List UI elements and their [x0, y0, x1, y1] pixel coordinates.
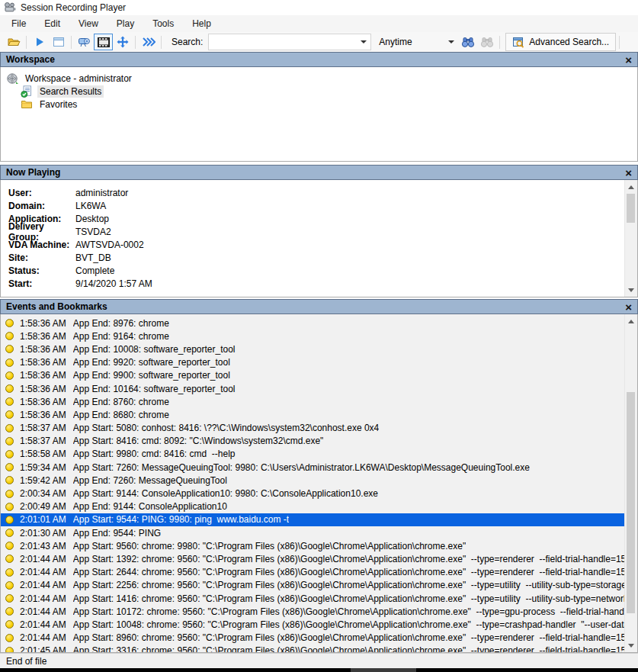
time-filter-combobox[interactable]: Anytime [374, 34, 458, 50]
menu-item[interactable]: Play [107, 15, 143, 32]
scroll-up-icon[interactable] [625, 181, 637, 193]
menu-item[interactable]: File [2, 15, 35, 32]
event-dot-icon [5, 476, 14, 484]
player-window-button[interactable] [49, 34, 68, 50]
workspace-root-node[interactable]: Workspace - administrator [1, 72, 637, 85]
event-dot-icon [5, 529, 14, 537]
event-time: 2:01:44 AM [20, 593, 66, 604]
filmstrip-view-button[interactable] [94, 34, 113, 50]
event-row[interactable]: 1:58:36 AM App End: 9920: software_repor… [1, 356, 624, 369]
event-row[interactable]: 1:58:37 AM App Start: 5080: conhost: 841… [1, 422, 624, 435]
session-field-value: Desktop [75, 214, 109, 224]
event-row[interactable]: 2:01:44 AM App Start: 10048: chrome: 956… [1, 618, 624, 631]
event-row[interactable]: 1:58:36 AM App End: 10164: software_repo… [1, 382, 624, 395]
event-row[interactable]: 2:01:44 AM App Start: 10172: chrome: 956… [1, 605, 624, 618]
tree-item-favorites[interactable]: Favorites [1, 98, 637, 111]
scroll-down-icon[interactable] [625, 284, 637, 296]
search-combobox[interactable] [208, 34, 371, 50]
now-playing-panel-title: Now Playing [6, 167, 60, 178]
session-field-row: Application: Desktop [1, 212, 637, 225]
bottom-strip [0, 668, 638, 672]
menu-item[interactable]: View [69, 15, 107, 32]
toolbar-separator [499, 36, 500, 49]
scroll-down-icon[interactable] [625, 639, 637, 651]
tree-item-search-results[interactable]: Search Results [1, 85, 637, 98]
event-row[interactable]: 2:00:34 AM App Start: 9144: ConsoleAppli… [1, 487, 624, 500]
event-row[interactable]: 1:58:36 AM App End: 8976: chrome [1, 317, 624, 330]
event-time: 2:01:44 AM [20, 580, 66, 590]
scrollbar-thumb[interactable] [627, 392, 635, 613]
session-field-label: Start: [8, 278, 75, 289]
search-input[interactable] [209, 35, 370, 49]
event-row[interactable]: 1:58:37 AM App Start: 8416: cmd: 8092: "… [1, 435, 624, 448]
projector-view-button[interactable] [75, 34, 94, 50]
event-time: 2:01:44 AM [20, 606, 66, 617]
event-text: App Start: 9144: ConsoleApplication10: 9… [73, 488, 378, 499]
advanced-search-button[interactable]: Advanced Search... [505, 33, 616, 51]
now-playing-panel-header: Now Playing × [0, 165, 638, 180]
chevron-down-icon[interactable] [448, 40, 454, 43]
event-row[interactable]: 2:01:30 AM App End: 9544: PING [1, 526, 624, 539]
event-time: 1:59:34 AM [20, 462, 66, 473]
now-playing-scrollbar[interactable] [624, 180, 637, 297]
event-row[interactable]: 2:01:44 AM App Start: 1416: chrome: 9560… [1, 592, 624, 605]
close-icon[interactable]: × [625, 53, 632, 68]
event-text: App Start: 7260: MessageQueuingTool: 998… [73, 462, 530, 473]
event-time: 2:00:49 AM [20, 501, 66, 512]
event-text: App End: 10164: software_reporter_tool [73, 384, 236, 394]
event-dot-icon [5, 437, 14, 445]
event-row[interactable]: 1:59:34 AM App Start: 7260: MessageQueui… [1, 461, 624, 474]
event-dot-icon [5, 345, 14, 353]
event-dot-icon [5, 371, 14, 380]
event-dot-icon [5, 490, 14, 498]
event-text: App Start: 2644: chrome: 9560: "C:\Progr… [73, 567, 624, 577]
toolbar-separator [135, 36, 136, 49]
event-row[interactable]: 2:01:44 AM App Start: 2256: chrome: 9560… [1, 579, 624, 592]
chevron-down-icon[interactable] [361, 40, 367, 43]
event-dot-icon [5, 503, 14, 511]
menu-item[interactable]: Edit [35, 15, 69, 32]
event-row[interactable]: 2:00:49 AM App End: 9144: ConsoleApplica… [1, 500, 624, 513]
advanced-search-icon [512, 37, 524, 48]
session-field-row: Delivery Group: TSVDA2 [1, 225, 637, 238]
event-row[interactable]: 1:58:36 AM App End: 9900: software_repor… [1, 369, 624, 382]
find-next-button[interactable] [458, 34, 477, 50]
event-dot-icon [5, 647, 14, 652]
menu-item[interactable]: Tools [143, 15, 183, 32]
event-row[interactable]: 2:01:43 AM App Start: 9560: chrome: 9980… [1, 539, 624, 552]
event-row[interactable]: 2:01:01 AM App Start: 9544: PING: 9980: … [1, 513, 624, 526]
events-scrollbar[interactable] [624, 314, 637, 652]
event-time: 2:01:45 AM [20, 645, 66, 652]
folder-icon [21, 99, 33, 110]
events-panel-header: Events and Bookmarks × [0, 299, 638, 314]
fast-forward-button[interactable] [139, 34, 158, 50]
close-icon[interactable]: × [625, 300, 632, 315]
event-row[interactable]: 1:58:36 AM App End: 8760: chrome [1, 395, 624, 408]
scroll-up-icon[interactable] [625, 315, 637, 327]
app-camera-icon [4, 2, 16, 14]
session-field-value: administrator [75, 188, 128, 198]
event-row[interactable]: 1:58:58 AM App Start: 9980: cmd: 8416: c… [1, 448, 624, 461]
event-row[interactable]: 1:58:36 AM App End: 9164: chrome [1, 330, 624, 342]
menu-item[interactable]: Help [183, 15, 220, 32]
session-field-value: Complete [75, 265, 114, 276]
event-row[interactable]: 1:59:42 AM App End: 7260: MessageQueuing… [1, 474, 624, 487]
event-dot-icon [5, 542, 14, 550]
tree-item-label: Favorites [37, 98, 79, 111]
pan-button[interactable] [113, 34, 132, 50]
session-field-row: Domain: LK6WA [1, 199, 637, 212]
event-text: App End: 7260: MessageQueuingTool [73, 475, 227, 486]
event-row[interactable]: 2:01:44 AM App Start: 1392: chrome: 9560… [1, 552, 624, 565]
event-row[interactable]: 2:01:45 AM App Start: 3316: chrome: 9560… [1, 645, 624, 652]
event-row[interactable]: 1:58:36 AM App End: 8680: chrome [1, 408, 624, 421]
play-button[interactable] [30, 34, 49, 50]
event-row[interactable]: 2:01:44 AM App Start: 2644: chrome: 9560… [1, 566, 624, 579]
events-body: 1:58:36 AM App End: 8976: chrome 1:58:36… [0, 314, 638, 653]
close-icon[interactable]: × [625, 166, 632, 181]
open-button[interactable] [4, 34, 23, 50]
event-row[interactable]: 2:01:44 AM App Start: 8960: chrome: 9560… [1, 632, 624, 645]
event-text: App Start: 5080: conhost: 8416: \??\C:\W… [73, 423, 380, 433]
scrollbar-thumb[interactable] [627, 194, 635, 223]
event-text: App Start: 3316: chrome: 9560: "C:\Progr… [73, 645, 624, 652]
event-row[interactable]: 1:58:36 AM App End: 10008: software_repo… [1, 342, 624, 355]
